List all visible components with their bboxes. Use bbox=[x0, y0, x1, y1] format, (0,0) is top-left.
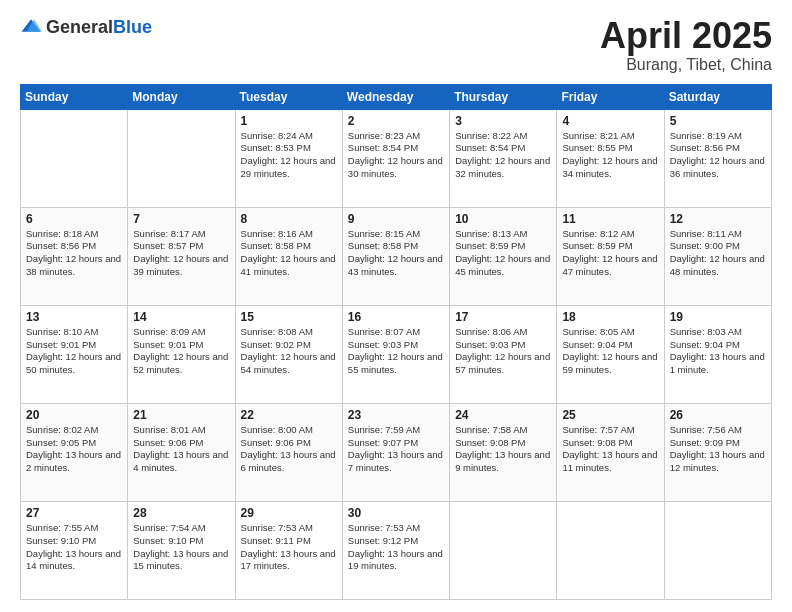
calendar-cell: 17Sunrise: 8:06 AMSunset: 9:03 PMDayligh… bbox=[450, 305, 557, 403]
day-info: Sunrise: 8:12 AMSunset: 8:59 PMDaylight:… bbox=[562, 228, 658, 279]
day-number: 10 bbox=[455, 212, 551, 226]
calendar-week-3: 13Sunrise: 8:10 AMSunset: 9:01 PMDayligh… bbox=[21, 305, 772, 403]
day-number: 30 bbox=[348, 506, 444, 520]
calendar-cell: 29Sunrise: 7:53 AMSunset: 9:11 PMDayligh… bbox=[235, 501, 342, 599]
day-info: Sunrise: 8:06 AMSunset: 9:03 PMDaylight:… bbox=[455, 326, 551, 377]
day-info: Sunrise: 7:59 AMSunset: 9:07 PMDaylight:… bbox=[348, 424, 444, 475]
day-number: 16 bbox=[348, 310, 444, 324]
calendar-cell: 30Sunrise: 7:53 AMSunset: 9:12 PMDayligh… bbox=[342, 501, 449, 599]
logo-text-general: General bbox=[46, 17, 113, 37]
logo-icon bbox=[20, 16, 42, 38]
day-number: 26 bbox=[670, 408, 766, 422]
day-number: 24 bbox=[455, 408, 551, 422]
day-number: 22 bbox=[241, 408, 337, 422]
col-saturday: Saturday bbox=[664, 84, 771, 109]
day-number: 4 bbox=[562, 114, 658, 128]
day-number: 18 bbox=[562, 310, 658, 324]
day-number: 17 bbox=[455, 310, 551, 324]
day-number: 27 bbox=[26, 506, 122, 520]
day-info: Sunrise: 8:10 AMSunset: 9:01 PMDaylight:… bbox=[26, 326, 122, 377]
calendar-cell bbox=[664, 501, 771, 599]
calendar-cell: 28Sunrise: 7:54 AMSunset: 9:10 PMDayligh… bbox=[128, 501, 235, 599]
day-info: Sunrise: 8:05 AMSunset: 9:04 PMDaylight:… bbox=[562, 326, 658, 377]
calendar-cell: 23Sunrise: 7:59 AMSunset: 9:07 PMDayligh… bbox=[342, 403, 449, 501]
day-info: Sunrise: 8:07 AMSunset: 9:03 PMDaylight:… bbox=[348, 326, 444, 377]
calendar-cell: 22Sunrise: 8:00 AMSunset: 9:06 PMDayligh… bbox=[235, 403, 342, 501]
day-info: Sunrise: 8:13 AMSunset: 8:59 PMDaylight:… bbox=[455, 228, 551, 279]
day-number: 7 bbox=[133, 212, 229, 226]
calendar-week-2: 6Sunrise: 8:18 AMSunset: 8:56 PMDaylight… bbox=[21, 207, 772, 305]
calendar-cell bbox=[450, 501, 557, 599]
title-month: April 2025 bbox=[600, 16, 772, 56]
day-info: Sunrise: 7:58 AMSunset: 9:08 PMDaylight:… bbox=[455, 424, 551, 475]
day-number: 2 bbox=[348, 114, 444, 128]
title-block: April 2025 Burang, Tibet, China bbox=[600, 16, 772, 74]
col-tuesday: Tuesday bbox=[235, 84, 342, 109]
calendar-cell: 25Sunrise: 7:57 AMSunset: 9:08 PMDayligh… bbox=[557, 403, 664, 501]
day-info: Sunrise: 7:53 AMSunset: 9:12 PMDaylight:… bbox=[348, 522, 444, 573]
day-number: 28 bbox=[133, 506, 229, 520]
day-info: Sunrise: 8:18 AMSunset: 8:56 PMDaylight:… bbox=[26, 228, 122, 279]
day-info: Sunrise: 8:15 AMSunset: 8:58 PMDaylight:… bbox=[348, 228, 444, 279]
calendar-cell: 8Sunrise: 8:16 AMSunset: 8:58 PMDaylight… bbox=[235, 207, 342, 305]
day-info: Sunrise: 8:17 AMSunset: 8:57 PMDaylight:… bbox=[133, 228, 229, 279]
day-number: 23 bbox=[348, 408, 444, 422]
day-number: 21 bbox=[133, 408, 229, 422]
col-friday: Friday bbox=[557, 84, 664, 109]
calendar-cell: 11Sunrise: 8:12 AMSunset: 8:59 PMDayligh… bbox=[557, 207, 664, 305]
calendar-week-1: 1Sunrise: 8:24 AMSunset: 8:53 PMDaylight… bbox=[21, 109, 772, 207]
day-number: 25 bbox=[562, 408, 658, 422]
calendar-cell: 27Sunrise: 7:55 AMSunset: 9:10 PMDayligh… bbox=[21, 501, 128, 599]
logo-text-blue: Blue bbox=[113, 17, 152, 37]
day-number: 11 bbox=[562, 212, 658, 226]
col-sunday: Sunday bbox=[21, 84, 128, 109]
day-number: 14 bbox=[133, 310, 229, 324]
day-number: 6 bbox=[26, 212, 122, 226]
calendar-cell: 3Sunrise: 8:22 AMSunset: 8:54 PMDaylight… bbox=[450, 109, 557, 207]
calendar-cell: 2Sunrise: 8:23 AMSunset: 8:54 PMDaylight… bbox=[342, 109, 449, 207]
calendar-table: Sunday Monday Tuesday Wednesday Thursday… bbox=[20, 84, 772, 600]
day-number: 20 bbox=[26, 408, 122, 422]
calendar-cell: 9Sunrise: 8:15 AMSunset: 8:58 PMDaylight… bbox=[342, 207, 449, 305]
calendar-cell: 26Sunrise: 7:56 AMSunset: 9:09 PMDayligh… bbox=[664, 403, 771, 501]
day-number: 29 bbox=[241, 506, 337, 520]
calendar-cell: 5Sunrise: 8:19 AMSunset: 8:56 PMDaylight… bbox=[664, 109, 771, 207]
calendar-cell bbox=[21, 109, 128, 207]
day-info: Sunrise: 8:02 AMSunset: 9:05 PMDaylight:… bbox=[26, 424, 122, 475]
col-wednesday: Wednesday bbox=[342, 84, 449, 109]
day-info: Sunrise: 8:11 AMSunset: 9:00 PMDaylight:… bbox=[670, 228, 766, 279]
day-number: 19 bbox=[670, 310, 766, 324]
day-info: Sunrise: 8:23 AMSunset: 8:54 PMDaylight:… bbox=[348, 130, 444, 181]
calendar-cell: 10Sunrise: 8:13 AMSunset: 8:59 PMDayligh… bbox=[450, 207, 557, 305]
calendar-cell: 4Sunrise: 8:21 AMSunset: 8:55 PMDaylight… bbox=[557, 109, 664, 207]
col-monday: Monday bbox=[128, 84, 235, 109]
logo: GeneralBlue bbox=[20, 16, 152, 38]
col-thursday: Thursday bbox=[450, 84, 557, 109]
calendar-cell: 19Sunrise: 8:03 AMSunset: 9:04 PMDayligh… bbox=[664, 305, 771, 403]
calendar-cell: 1Sunrise: 8:24 AMSunset: 8:53 PMDaylight… bbox=[235, 109, 342, 207]
day-info: Sunrise: 8:24 AMSunset: 8:53 PMDaylight:… bbox=[241, 130, 337, 181]
calendar-cell: 24Sunrise: 7:58 AMSunset: 9:08 PMDayligh… bbox=[450, 403, 557, 501]
calendar-cell bbox=[128, 109, 235, 207]
calendar-cell bbox=[557, 501, 664, 599]
calendar-cell: 15Sunrise: 8:08 AMSunset: 9:02 PMDayligh… bbox=[235, 305, 342, 403]
calendar-cell: 16Sunrise: 8:07 AMSunset: 9:03 PMDayligh… bbox=[342, 305, 449, 403]
day-info: Sunrise: 7:54 AMSunset: 9:10 PMDaylight:… bbox=[133, 522, 229, 573]
day-number: 9 bbox=[348, 212, 444, 226]
day-info: Sunrise: 8:01 AMSunset: 9:06 PMDaylight:… bbox=[133, 424, 229, 475]
day-info: Sunrise: 7:55 AMSunset: 9:10 PMDaylight:… bbox=[26, 522, 122, 573]
day-info: Sunrise: 7:53 AMSunset: 9:11 PMDaylight:… bbox=[241, 522, 337, 573]
day-info: Sunrise: 8:21 AMSunset: 8:55 PMDaylight:… bbox=[562, 130, 658, 181]
day-number: 12 bbox=[670, 212, 766, 226]
calendar-cell: 12Sunrise: 8:11 AMSunset: 9:00 PMDayligh… bbox=[664, 207, 771, 305]
header: GeneralBlue April 2025 Burang, Tibet, Ch… bbox=[20, 16, 772, 74]
day-info: Sunrise: 8:03 AMSunset: 9:04 PMDaylight:… bbox=[670, 326, 766, 377]
calendar-header-row: Sunday Monday Tuesday Wednesday Thursday… bbox=[21, 84, 772, 109]
calendar-cell: 20Sunrise: 8:02 AMSunset: 9:05 PMDayligh… bbox=[21, 403, 128, 501]
day-info: Sunrise: 7:56 AMSunset: 9:09 PMDaylight:… bbox=[670, 424, 766, 475]
day-info: Sunrise: 8:08 AMSunset: 9:02 PMDaylight:… bbox=[241, 326, 337, 377]
calendar-cell: 7Sunrise: 8:17 AMSunset: 8:57 PMDaylight… bbox=[128, 207, 235, 305]
day-info: Sunrise: 8:19 AMSunset: 8:56 PMDaylight:… bbox=[670, 130, 766, 181]
day-info: Sunrise: 8:00 AMSunset: 9:06 PMDaylight:… bbox=[241, 424, 337, 475]
page: GeneralBlue April 2025 Burang, Tibet, Ch… bbox=[0, 0, 792, 612]
